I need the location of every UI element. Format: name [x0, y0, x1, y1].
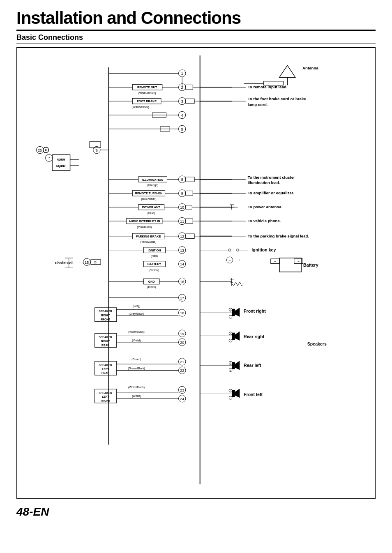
page-number: 48-EN — [16, 505, 376, 518]
svg-text:(Yellow/Black): (Yellow/Black) — [132, 106, 149, 109]
svg-text:(Gray): (Gray) — [132, 304, 140, 308]
svg-text:RIGHT: RIGHT — [101, 340, 110, 343]
svg-text:19: 19 — [180, 332, 184, 336]
svg-point-206 — [228, 249, 231, 251]
svg-marker-254 — [235, 389, 240, 398]
svg-rect-91 — [186, 234, 194, 239]
svg-text:15: 15 — [85, 260, 89, 265]
svg-text:(Yellow): (Yellow) — [150, 269, 159, 272]
svg-text:SPEAKER: SPEAKER — [99, 310, 112, 313]
svg-text:Rear left: Rear left — [244, 363, 261, 368]
svg-text:BATTERY: BATTERY — [148, 262, 161, 266]
svg-text:12: 12 — [180, 235, 184, 239]
svg-text:To vehicle phone.: To vehicle phone. — [248, 219, 281, 223]
svg-text:+: + — [230, 389, 231, 392]
svg-point-45 — [45, 149, 47, 151]
svg-text:2: 2 — [181, 85, 183, 90]
svg-text:17: 17 — [180, 296, 184, 300]
svg-rect-64 — [186, 191, 193, 196]
svg-text:To remote input lead.: To remote input lead. — [248, 85, 288, 89]
svg-text:11: 11 — [180, 219, 184, 224]
svg-marker-229 — [235, 308, 240, 317]
svg-text:lamp cord.: lamp cord. — [248, 102, 268, 107]
svg-text:FRONT: FRONT — [101, 399, 111, 402]
svg-text:SPEAKER: SPEAKER — [99, 364, 112, 366]
svg-text:(Black): (Black) — [147, 286, 156, 289]
svg-marker-246 — [235, 361, 240, 370]
svg-text:REAR: REAR — [101, 344, 109, 347]
svg-rect-82 — [186, 219, 193, 224]
page-title: Installation and Connections — [16, 8, 376, 31]
svg-text:(Pink/Black): (Pink/Black) — [137, 226, 152, 229]
svg-text:FOOT BRAKE: FOOT BRAKE — [137, 99, 157, 103]
svg-text:FRONT: FRONT — [101, 318, 111, 321]
svg-text:7: 7 — [48, 156, 50, 160]
svg-text:REAR: REAR — [101, 371, 109, 374]
svg-rect-13 — [186, 85, 193, 90]
svg-text:To power antenna.: To power antenna. — [248, 205, 283, 209]
svg-text:−: − — [230, 339, 231, 342]
svg-text:10: 10 — [180, 205, 184, 210]
svg-text:23: 23 — [180, 388, 184, 392]
svg-text:Front left: Front left — [244, 392, 263, 397]
svg-point-207 — [237, 249, 239, 251]
svg-marker-174 — [279, 65, 295, 77]
svg-marker-237 — [235, 332, 240, 341]
svg-text:+: + — [229, 259, 231, 263]
svg-text:Battery: Battery — [303, 263, 318, 267]
svg-text:6: 6 — [96, 148, 98, 152]
svg-text:To amplifier or equalizer.: To amplifier or equalizer. — [248, 191, 294, 195]
svg-text:−: − — [297, 260, 300, 263]
svg-rect-73 — [186, 205, 192, 209]
svg-text:Choke Coil: Choke Coil — [55, 261, 73, 265]
svg-text:AUDIO INTERRUPT IN: AUDIO INTERRUPT IN — [129, 219, 160, 223]
svg-text:(Yellow/Blue): (Yellow/Blue) — [140, 240, 156, 244]
svg-text:illumination lead.: illumination lead. — [248, 180, 280, 185]
svg-text:+: + — [230, 309, 231, 311]
svg-text:GND: GND — [148, 280, 155, 283]
svg-text:(Red): (Red) — [151, 254, 158, 258]
section-title: Basic Connections — [16, 33, 376, 44]
svg-rect-39 — [52, 155, 70, 171]
svg-text:−: − — [274, 260, 276, 263]
svg-text:NORM: NORM — [57, 158, 65, 161]
svg-text:(Violet/Black): (Violet/Black) — [128, 330, 145, 334]
svg-text:9: 9 — [181, 191, 183, 196]
svg-text:LEFT: LEFT — [102, 395, 109, 398]
svg-text:(Blue/White): (Blue/White) — [141, 198, 156, 201]
svg-text:+: + — [230, 362, 231, 364]
svg-text:POWER ANT: POWER ANT — [142, 205, 161, 209]
svg-text:To the parking brake signal le: To the parking brake signal lead. — [248, 234, 309, 238]
svg-text:13: 13 — [180, 249, 184, 253]
svg-text:(Orange): (Orange) — [147, 184, 158, 187]
svg-text:SPEAKER: SPEAKER — [99, 392, 112, 394]
svg-text:REMOTE TURN-ON: REMOTE TURN-ON — [135, 191, 162, 195]
svg-text:Front right: Front right — [244, 309, 266, 313]
svg-text:Antenna: Antenna — [302, 66, 318, 70]
svg-text:4: 4 — [181, 113, 183, 118]
svg-text:21: 21 — [180, 360, 184, 364]
svg-text:16: 16 — [180, 280, 184, 284]
svg-text:24: 24 — [180, 397, 184, 401]
svg-text:−: − — [230, 396, 231, 399]
svg-text:EQ/DIV: EQ/DIV — [56, 164, 66, 168]
svg-text:22: 22 — [180, 369, 184, 373]
svg-point-214 — [239, 260, 240, 260]
svg-text:RIGHT: RIGHT — [101, 314, 110, 317]
svg-text:8: 8 — [181, 177, 183, 182]
svg-text:SPEAKER: SPEAKER — [99, 336, 112, 339]
svg-text:(Violet): (Violet) — [132, 339, 141, 342]
svg-text:PARKING BRAKE: PARKING BRAKE — [136, 235, 161, 238]
svg-text:(White): (White) — [132, 394, 141, 398]
svg-text:(Gray/Black): (Gray/Black) — [129, 312, 144, 316]
svg-text:(Green/Black): (Green/Black) — [128, 367, 145, 370]
diagram-container: 1 REMOTE OUT (White/Brown) 2 FOOT BRAKE … — [16, 47, 376, 499]
svg-text:Speakers: Speakers — [307, 341, 327, 346]
svg-text:Rear right: Rear right — [244, 334, 265, 339]
svg-rect-55 — [186, 177, 194, 182]
wiring-diagram: 1 REMOTE OUT (White/Brown) 2 FOOT BRAKE … — [17, 48, 375, 492]
svg-text:5: 5 — [181, 127, 183, 131]
svg-text:To the instrument cluster: To the instrument cluster — [248, 175, 295, 180]
svg-text:1: 1 — [181, 71, 183, 76]
svg-text:−: − — [230, 316, 231, 318]
